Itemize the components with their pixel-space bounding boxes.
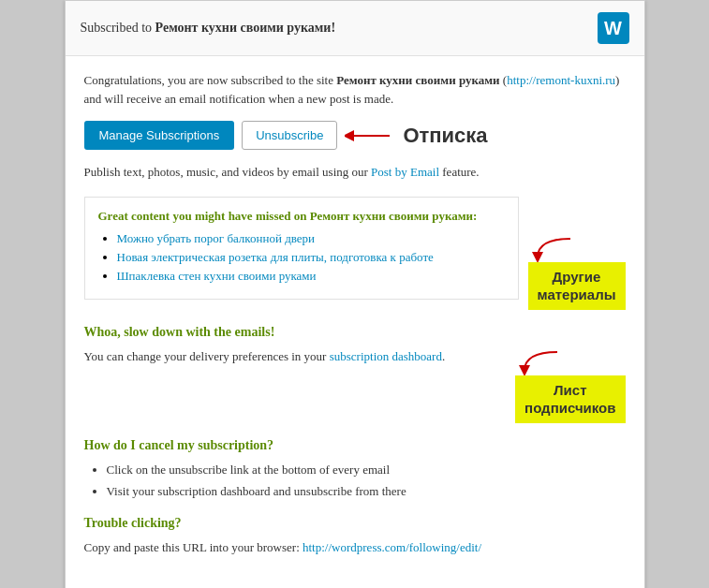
main-content: Congratulations, you are now subscribed …	[66, 56, 644, 584]
top-bar: Subscribed to Ремонт кухни своими руками…	[66, 1, 644, 56]
wordpress-logo: W	[598, 12, 629, 44]
manage-subscriptions-button[interactable]: Manage Subscriptions	[84, 121, 235, 150]
subscription-dashboard-link[interactable]: subscription dashboard	[330, 349, 442, 363]
trouble-text1: Copy and paste this URL into your browse…	[84, 540, 303, 554]
congrats-text1: Congratulations, you are now subscribed …	[84, 73, 337, 87]
post-by-email-link[interactable]: Post by Email	[371, 165, 439, 179]
list-item: Можно убрать порог балконной двери	[117, 231, 505, 246]
trouble-paragraph: Copy and paste this URL into your browse…	[84, 538, 626, 557]
congrats-site-name: Ремонт кухни своими руками	[336, 73, 499, 87]
top-bar-subscribed-text: Subscribed to Ремонт кухни своими руками…	[81, 21, 336, 36]
cancel-heading: How do I cancel my subscription?	[84, 438, 626, 453]
unsubscribe-button[interactable]: Unsubscribe	[242, 121, 337, 150]
trouble-url-link[interactable]: http://wordpress.com/following/edit/	[303, 540, 481, 554]
trouble-heading: Trouble clicking?	[84, 516, 626, 531]
drugie-materialy-label: Другиематериалы	[528, 262, 626, 310]
slow-down-paragraph: You can change your delivery preferences…	[84, 347, 507, 366]
cancel-item-2: Visit your subscription dashboard and un…	[107, 482, 626, 501]
cancel-list: Click on the unsubscribe link at the bot…	[84, 461, 626, 501]
post-by-email-paragraph: Publish text, photos, music, and videos …	[84, 163, 626, 182]
missed-link-3[interactable]: Шпаклевка стен кухни своими руками	[117, 269, 317, 283]
post-by-email-text1: Publish text, photos, music, and videos …	[84, 165, 372, 179]
missed-content-section: Great content you might have missed on Р…	[84, 197, 519, 300]
missed-link-2[interactable]: Новая электрическая розетка для плиты, п…	[117, 250, 434, 264]
missed-link-1[interactable]: Можно убрать порог балконной двери	[117, 231, 316, 245]
slow-down-heading: Whoa, slow down with the emails!	[84, 325, 626, 340]
subscribed-prefix: Subscribed to	[81, 21, 155, 35]
arrow-to-unsubscribe	[345, 126, 391, 145]
slow-down-text2: .	[442, 349, 445, 363]
missed-title: Great content you might have missed on Р…	[98, 209, 505, 224]
watermark: wordpress-abc.ru	[66, 584, 644, 588]
arrow-to-dashboard	[515, 347, 562, 375]
arrow-to-missed	[528, 234, 575, 262]
otpiska-annotation: Отписка	[403, 124, 487, 148]
congrats-paragraph: Congratulations, you are now subscribed …	[84, 71, 626, 108]
cancel-item-1: Click on the unsubscribe link at the bot…	[107, 461, 626, 479]
list-item: Шпаклевка стен кухни своими руками	[117, 269, 505, 284]
list-podpischikov-annotation-container: Листподписчиков	[515, 347, 625, 423]
missed-list: Можно убрать порог балконной двери Новая…	[98, 231, 505, 284]
email-content-wrapper: Subscribed to Ремонт кухни своими руками…	[65, 0, 645, 588]
site-name-header: Ремонт кухни своими руками!	[155, 21, 335, 35]
site-url-link[interactable]: http://remont-kuxni.ru	[507, 73, 615, 87]
list-podpischikov-label: Листподписчиков	[515, 375, 625, 423]
list-item: Новая электрическая розетка для плиты, п…	[117, 250, 505, 265]
slow-down-text1: You can change your delivery preferences…	[84, 349, 330, 363]
drugie-materialy-annotation-container: Другиематериалы	[528, 197, 626, 310]
post-by-email-text2: feature.	[439, 165, 480, 179]
